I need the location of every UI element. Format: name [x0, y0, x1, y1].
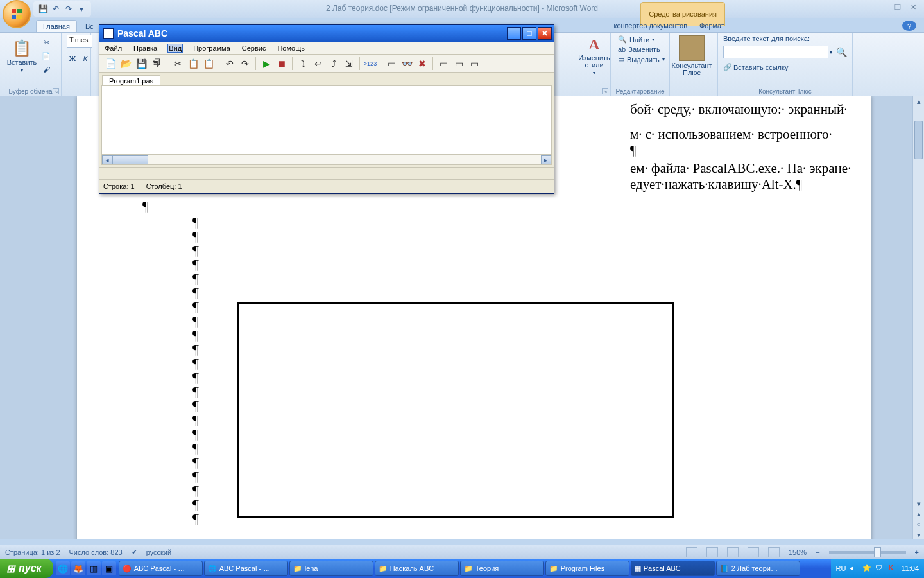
menu-help[interactable]: Помощь	[276, 44, 306, 53]
bold-button[interactable]: Ж	[67, 52, 78, 65]
tool-win2-icon[interactable]: ▭	[452, 57, 466, 71]
scroll-thumb[interactable]	[914, 121, 923, 159]
ql-app-icon[interactable]: ▣	[102, 561, 116, 575]
styles-dialog-launcher[interactable]: ↘	[602, 88, 608, 94]
tool-glasses-icon[interactable]: 👓	[400, 57, 414, 71]
font-family-input[interactable]: Times	[67, 35, 92, 48]
hscroll-right-icon[interactable]: ▸	[541, 155, 551, 164]
tool-stepinto-icon[interactable]: ⤵	[296, 57, 310, 71]
hscroll-left-icon[interactable]: ◂	[102, 155, 112, 164]
tab-home[interactable]: Главная	[36, 20, 77, 32]
browse-next-icon[interactable]: ▾	[913, 529, 924, 539]
browse-object-icon[interactable]: ○	[913, 519, 924, 529]
consultant-button[interactable]: Консультант Плюс	[675, 35, 708, 77]
tool-win3-icon[interactable]: ▭	[467, 57, 481, 71]
tool-runcursor-icon[interactable]: ⇲	[342, 57, 356, 71]
replace-button[interactable]: abЗаменить	[616, 45, 664, 54]
scroll-up-icon[interactable]: ▴	[913, 96, 924, 107]
pascal-minimize-button[interactable]: _	[507, 27, 521, 40]
word-close-button[interactable]: ✕	[906, 1, 920, 13]
task-button-3[interactable]: 📁Паскаль ABC	[375, 561, 459, 576]
find-button[interactable]: 🔍Найти▾	[616, 35, 664, 44]
tool-paste-icon[interactable]: 📋	[201, 57, 216, 71]
status-words[interactable]: Число слов: 823	[69, 548, 123, 556]
tray-clock[interactable]: 11:04	[901, 565, 919, 572]
start-button[interactable]: ⊞ пуск	[0, 559, 53, 578]
word-minimize-button[interactable]: —	[875, 1, 889, 13]
pascal-close-button[interactable]: ✕	[538, 27, 552, 40]
tool-saveall-icon[interactable]: 🗐	[150, 57, 164, 71]
zoom-slider[interactable]	[829, 551, 906, 554]
tray-k-icon[interactable]: K	[888, 564, 897, 573]
browse-prev-icon[interactable]: ▴	[913, 509, 924, 519]
format-painter-button[interactable]: 🖌	[40, 63, 53, 76]
ql-firefox-icon[interactable]: 🦊	[71, 561, 85, 575]
task-button-4[interactable]: 📁Теория	[460, 561, 544, 576]
change-styles-button[interactable]: A Изменить стили ▾	[578, 35, 611, 77]
tool-window-icon[interactable]: ▭	[384, 57, 398, 71]
tray-shield-icon[interactable]: 🛡	[875, 564, 884, 573]
menu-program[interactable]: Программа	[192, 44, 232, 53]
status-page[interactable]: Страница: 1 из 2	[5, 548, 60, 556]
tool-save-icon[interactable]: 💾	[134, 57, 148, 71]
view-draft-button[interactable]	[768, 547, 780, 557]
drawing-rectangle[interactable]	[237, 302, 674, 518]
tool-stepout-icon[interactable]: ⤴	[327, 57, 341, 71]
qat-undo-icon[interactable]: ↶	[50, 3, 62, 15]
select-button[interactable]: ▭Выделить▾	[616, 55, 664, 64]
task-button-5[interactable]: 📁Program Files	[545, 561, 629, 576]
menu-edit[interactable]: Правка	[132, 44, 158, 53]
tool-copy-icon[interactable]: 📋	[186, 57, 200, 71]
ql-desktop-icon[interactable]: ▥	[87, 561, 101, 575]
tool-win1-icon[interactable]: ▭	[436, 57, 450, 71]
zoom-level[interactable]: 150%	[789, 548, 807, 556]
pascal-hscrollbar[interactable]: ◂ ▸	[101, 155, 552, 165]
menu-view[interactable]: Вид	[167, 44, 183, 53]
tool-undo-icon[interactable]: ↶	[223, 57, 237, 71]
scroll-down-icon[interactable]: ▾	[913, 498, 924, 509]
tool-cut-icon[interactable]: ✂	[171, 57, 185, 71]
cut-button[interactable]: ✂	[40, 36, 53, 49]
help-button[interactable]: ?	[902, 21, 916, 31]
vertical-scrollbar[interactable]: ▴ ▾ ▴ ○ ▾	[912, 96, 924, 539]
copy-button[interactable]: 📄	[40, 49, 53, 62]
view-outline-button[interactable]	[748, 547, 759, 557]
task-button-0[interactable]: 🔴ABC Pascal - …	[119, 561, 203, 576]
tool-run-icon[interactable]: ▶	[259, 57, 273, 71]
tool-redo-icon[interactable]: ↷	[238, 57, 252, 71]
tab-insert[interactable]: Вс	[78, 20, 101, 32]
clipboard-dialog-launcher[interactable]: ↘	[53, 88, 59, 94]
consultant-search-input[interactable]	[723, 46, 828, 58]
search-dropdown-icon[interactable]: ▾	[830, 49, 832, 55]
tab-format[interactable]: Формат	[692, 19, 732, 31]
search-go-icon[interactable]: 🔍	[836, 47, 847, 57]
zoom-in-button[interactable]: +	[915, 548, 919, 556]
qat-more-icon[interactable]: ▾	[76, 3, 87, 15]
tool-open-icon[interactable]: 📂	[119, 57, 133, 71]
view-web-button[interactable]	[727, 547, 739, 557]
qat-redo-icon[interactable]: ↷	[63, 3, 74, 15]
tool-watch-icon[interactable]: >123	[363, 57, 377, 71]
italic-button[interactable]: К	[80, 52, 91, 65]
tool-stepover-icon[interactable]: ↩	[311, 57, 325, 71]
task-button-6[interactable]: ▦Pascal ABC	[631, 561, 715, 576]
view-fullscreen-button[interactable]	[706, 547, 718, 557]
tray-arrow-icon[interactable]: ◂	[850, 564, 859, 573]
tool-delete-icon[interactable]: ✖	[415, 57, 429, 71]
pascal-editor[interactable]	[101, 85, 552, 155]
hscroll-thumb[interactable]	[112, 155, 148, 164]
tab-convert[interactable]: конвертер документов	[606, 19, 694, 31]
tray-lang[interactable]: RU	[836, 565, 846, 572]
zoom-out-button[interactable]: −	[816, 548, 819, 556]
view-print-layout-button[interactable]	[686, 547, 697, 557]
tray-star-icon[interactable]: ⭐	[862, 564, 871, 573]
menu-file[interactable]: Файл	[103, 44, 123, 53]
tool-new-icon[interactable]: 📄	[103, 57, 117, 71]
menu-service[interactable]: Сервис	[241, 44, 268, 53]
pascal-titlebar[interactable]: Pascal ABC _ □ ✕	[99, 25, 554, 42]
pascal-maximize-button[interactable]: □	[522, 27, 536, 40]
task-button-7[interactable]: 📘2 Лаб теори…	[716, 561, 800, 576]
tool-stop-icon[interactable]: ⏹	[275, 57, 289, 71]
office-button[interactable]	[3, 0, 31, 28]
editor-tab-program1[interactable]: Program1.pas	[102, 75, 160, 86]
